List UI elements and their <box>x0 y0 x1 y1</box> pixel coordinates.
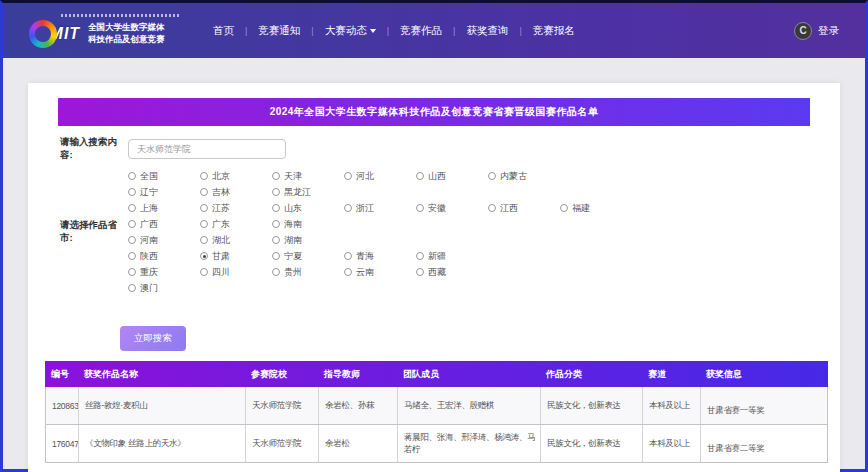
province-radio[interactable]: 浙江 <box>344 202 416 215</box>
province-radio[interactable]: 江西 <box>488 202 560 215</box>
radio-icon <box>272 236 280 244</box>
radio-icon <box>272 268 280 276</box>
province-radio[interactable]: 四川 <box>200 266 272 279</box>
header-cell: 参赛院校 <box>245 361 318 387</box>
radio-icon <box>344 268 352 276</box>
radio-icon <box>416 252 424 260</box>
table-cell: 176047 <box>46 425 79 462</box>
table-cell: 天水师范学院 <box>246 425 319 462</box>
table-cell: 余岩松 <box>319 425 398 462</box>
page-title: 2024年全国大学生数字媒体科技作品及创意竞赛省赛晋级国赛作品名单 <box>58 98 810 126</box>
login-button[interactable]: 登录 <box>818 24 839 38</box>
radio-icon <box>416 172 424 180</box>
radio-icon <box>344 252 352 260</box>
province-radio[interactable]: 辽宁 <box>128 186 200 199</box>
page-background: 2024年全国大学生数字媒体科技作品及创意竞赛省赛晋级国赛作品名单 请输入搜索内… <box>3 58 865 472</box>
header-cell: 团队成员 <box>397 361 540 387</box>
table-cell: 120863 <box>46 387 79 424</box>
table-row: 120863 丝路-敦煌·麦积山 天水师范学院 余岩松、孙菻 马绪全、王宏洋、殷… <box>45 387 828 425</box>
logo-microtext <box>61 14 181 17</box>
table-cell: 本科及以上 <box>643 387 701 424</box>
province-radio[interactable]: 湖北 <box>200 234 272 247</box>
header-cell: 指导教师 <box>318 361 397 387</box>
radio-icon <box>200 268 208 276</box>
nav-bar: CMIT 全国大学生数字媒体 科技作品及创意竞赛 首页 | 竞赛通知 | 大赛动… <box>3 3 865 58</box>
search-input[interactable] <box>128 139 286 159</box>
content-card: 2024年全国大学生数字媒体科技作品及创意竞赛省赛晋级国赛作品名单 请输入搜索内… <box>28 83 840 472</box>
radio-icon <box>272 188 280 196</box>
results-table: 编号 获奖作品名称 参赛院校 指导教师 团队成员 作品分类 赛道 获奖信息 12… <box>45 361 828 463</box>
nav-menu: 首页 | 竞赛通知 | 大赛动态 | 竞赛作品 | 获奖查询 | 竞赛报名 <box>213 24 575 38</box>
radio-icon <box>200 220 208 228</box>
search-label: 请输入搜索内容: <box>60 136 128 162</box>
province-radio[interactable]: 河北 <box>344 170 416 183</box>
province-radio[interactable]: 吉林 <box>200 186 272 199</box>
province-radio[interactable]: 新疆 <box>416 250 488 263</box>
radio-icon <box>272 204 280 212</box>
search-submit-button[interactable]: 立即搜索 <box>120 326 186 351</box>
province-radio[interactable]: 陕西 <box>128 250 200 263</box>
radio-checked-icon <box>200 252 208 260</box>
province-radio[interactable]: 江苏 <box>200 202 272 215</box>
province-radio[interactable]: 内蒙古 <box>488 170 560 183</box>
province-radio[interactable]: 宁夏 <box>272 250 344 263</box>
nav-item-award-query[interactable]: 获奖查询 <box>466 24 508 38</box>
province-row: 请选择作品省市: 全国 北京 天津 河北 山西 内蒙古 辽宁 吉林 黑龙江 <box>60 168 840 296</box>
province-radio[interactable]: 广东 <box>200 218 272 231</box>
province-radio[interactable]: 贵州 <box>272 266 344 279</box>
nav-separator: | <box>245 26 247 36</box>
chevron-down-icon <box>370 29 376 33</box>
province-radio[interactable]: 全国 <box>128 170 200 183</box>
radio-icon <box>488 172 496 180</box>
province-radio[interactable]: 湖南 <box>272 234 344 247</box>
nav-separator: | <box>453 26 455 36</box>
table-cell: 甘肃省赛一等奖 <box>701 387 829 424</box>
province-radio[interactable]: 河南 <box>128 234 200 247</box>
province-radio[interactable]: 山东 <box>272 202 344 215</box>
province-radio[interactable]: 上海 <box>128 202 200 215</box>
province-radio[interactable]: 海南 <box>272 218 344 231</box>
nav-login-area: C 登录 <box>794 22 839 40</box>
table-cell: 民族文化，创新表达 <box>541 387 643 424</box>
radio-icon <box>200 204 208 212</box>
radio-icon <box>128 268 136 276</box>
radio-icon <box>128 188 136 196</box>
province-radio[interactable]: 安徽 <box>416 202 488 215</box>
province-radio[interactable]: 广西 <box>128 218 200 231</box>
nav-item-home[interactable]: 首页 <box>213 24 234 38</box>
province-radio[interactable]: 云南 <box>344 266 416 279</box>
header-cell: 编号 <box>45 361 78 387</box>
province-radio[interactable]: 西藏 <box>416 266 488 279</box>
table-cell: 马绪全、王宏洋、殷赠棋 <box>398 387 541 424</box>
nav-separator: | <box>519 26 521 36</box>
province-radio[interactable]: 山西 <box>416 170 488 183</box>
table-cell: 甘肃省赛二等奖 <box>701 425 829 462</box>
search-row: 请输入搜索内容: <box>60 138 840 160</box>
radio-icon <box>128 204 136 212</box>
browser-window: CMIT 全国大学生数字媒体 科技作品及创意竞赛 首页 | 竞赛通知 | 大赛动… <box>0 0 868 472</box>
cmit-logo[interactable]: CMIT 全国大学生数字媒体 科技作品及创意竞赛 <box>29 14 181 48</box>
table-cell: 天水师范学院 <box>246 387 319 424</box>
province-radio[interactable]: 重庆 <box>128 266 200 279</box>
radio-icon <box>272 252 280 260</box>
table-cell: 余岩松、孙菻 <box>319 387 398 424</box>
radio-icon <box>560 204 568 212</box>
user-avatar[interactable]: C <box>794 22 812 40</box>
radio-icon <box>200 236 208 244</box>
province-radio[interactable]: 福建 <box>560 202 632 215</box>
logo-title-cn: 全国大学生数字媒体 科技作品及创意竞赛 <box>88 22 165 44</box>
table-cell: 蒋晨阳、张海、邢泽琦、杨鸿涛、马若柠 <box>398 425 541 462</box>
nav-separator: | <box>311 26 313 36</box>
province-radio[interactable]: 黑龙江 <box>272 186 344 199</box>
nav-item-notice[interactable]: 竞赛通知 <box>258 24 300 38</box>
radio-icon <box>128 236 136 244</box>
province-radio[interactable]: 北京 <box>200 170 272 183</box>
province-radio-selected[interactable]: 甘肃 <box>200 250 272 263</box>
nav-item-signup[interactable]: 竞赛报名 <box>533 24 575 38</box>
province-radio[interactable]: 澳门 <box>128 282 200 295</box>
nav-item-works[interactable]: 竞赛作品 <box>400 24 442 38</box>
province-radio[interactable]: 天津 <box>272 170 344 183</box>
radio-icon <box>128 220 136 228</box>
nav-item-news[interactable]: 大赛动态 <box>325 24 376 38</box>
province-radio[interactable]: 青海 <box>344 250 416 263</box>
